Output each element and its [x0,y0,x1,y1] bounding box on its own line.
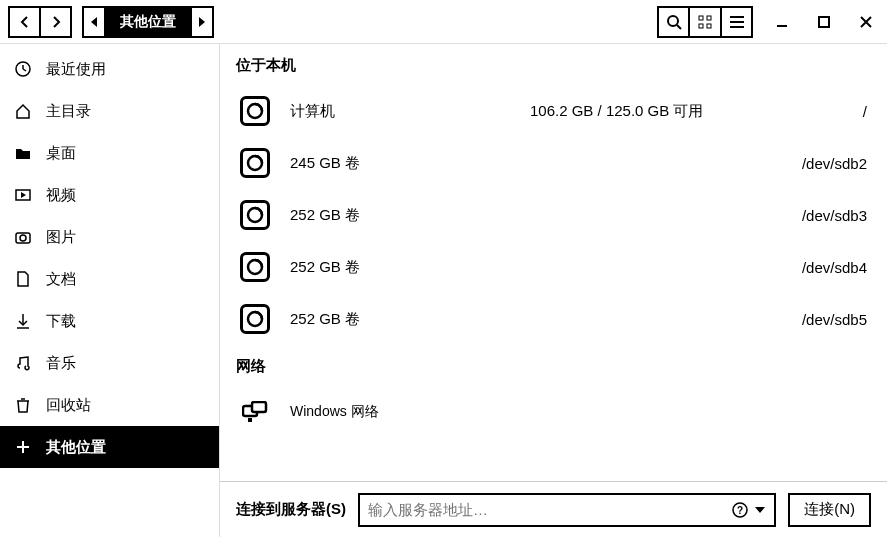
server-address-wrap: ? [358,493,776,527]
connect-button[interactable]: 连接(N) [788,493,871,527]
sidebar-item-label: 图片 [46,228,76,247]
disk-icon [240,304,270,334]
svg-rect-3 [707,16,711,20]
nav-buttons [8,6,72,38]
drive-list: 计算机 106.2 GB / 125.0 GB 可用 / 245 GB 卷 /d… [220,85,887,345]
local-section-title: 位于本机 [220,44,887,85]
sidebar-item-2[interactable]: 桌面 [0,132,219,174]
clock-icon [14,60,32,78]
sidebar-item-4[interactable]: 图片 [0,216,219,258]
connect-bar: 连接到服务器(S) ? 连接(N) [220,481,887,537]
sidebar-item-8[interactable]: 回收站 [0,384,219,426]
sidebar-item-label: 回收站 [46,396,91,415]
view-buttons [657,6,753,38]
sidebar-item-9[interactable]: 其他位置 [0,426,219,468]
path-bar: 其他位置 [82,6,214,38]
path-prev-button[interactable] [82,6,106,38]
plus-icon [14,438,32,456]
path-current-segment[interactable]: 其他位置 [106,6,190,38]
drive-path: / [777,103,867,120]
main-content: 位于本机 计算机 106.2 GB / 125.0 GB 可用 / 245 GB… [220,44,887,537]
minimize-button[interactable] [769,9,795,35]
toolbar: 其他位置 [0,0,887,44]
sidebar-item-label: 主目录 [46,102,91,121]
chevron-left-icon [20,16,30,28]
network-name: Windows 网络 [290,403,379,421]
sidebar: 最近使用主目录桌面视频图片文档下载音乐回收站其他位置 [0,44,220,537]
svg-rect-29 [252,402,266,412]
drive-path: /dev/sdb3 [777,207,867,224]
folder-icon [14,144,32,162]
close-icon [860,16,872,28]
drive-name: 252 GB 卷 [290,310,510,329]
sidebar-item-7[interactable]: 音乐 [0,342,219,384]
svg-rect-10 [819,17,829,27]
network-icon [240,397,270,427]
svg-rect-5 [707,24,711,28]
trash-icon [14,396,32,414]
drive-info: 106.2 GB / 125.0 GB 可用 [530,102,757,121]
path-current-label: 其他位置 [120,13,176,31]
path-next-button[interactable] [190,6,214,38]
svg-rect-2 [699,16,703,20]
disk-icon [240,252,270,282]
download-icon [14,312,32,330]
search-button[interactable] [657,6,689,38]
network-row[interactable]: Windows 网络 [220,386,887,438]
icon-view-button[interactable] [689,6,721,38]
disk-icon [240,96,270,126]
dropdown-icon[interactable] [754,504,766,516]
home-icon [14,102,32,120]
grid-icon [698,15,712,29]
sidebar-item-label: 最近使用 [46,60,106,79]
svg-line-1 [677,25,681,29]
document-icon [14,270,32,288]
camera-icon [14,228,32,246]
sidebar-item-1[interactable]: 主目录 [0,90,219,132]
triangle-left-icon [89,17,99,27]
svg-rect-4 [699,24,703,28]
triangle-right-icon [197,17,207,27]
drive-row[interactable]: 252 GB 卷 /dev/sdb3 [220,189,887,241]
drive-row[interactable]: 245 GB 卷 /dev/sdb2 [220,137,887,189]
menu-button[interactable] [721,6,753,38]
drive-name: 252 GB 卷 [290,258,510,277]
forward-button[interactable] [40,6,72,38]
maximize-icon [818,16,830,28]
connect-label: 连接到服务器(S) [236,500,346,519]
disk-icon [240,148,270,178]
sidebar-item-6[interactable]: 下载 [0,300,219,342]
network-list: Windows 网络 [220,386,887,438]
hamburger-icon [730,16,744,28]
disk-icon [240,200,270,230]
minimize-icon [776,16,788,28]
drive-path: /dev/sdb5 [777,311,867,328]
sidebar-item-label: 文档 [46,270,76,289]
drive-path: /dev/sdb4 [777,259,867,276]
drive-name: 245 GB 卷 [290,154,510,173]
svg-text:?: ? [737,505,743,516]
svg-point-0 [668,16,678,26]
close-button[interactable] [853,9,879,35]
drive-row[interactable]: 252 GB 卷 /dev/sdb4 [220,241,887,293]
sidebar-item-label: 视频 [46,186,76,205]
drive-name: 计算机 [290,102,510,121]
drive-row[interactable]: 252 GB 卷 /dev/sdb5 [220,293,887,345]
drive-path: /dev/sdb2 [777,155,867,172]
sidebar-item-label: 其他位置 [46,438,106,457]
sidebar-item-3[interactable]: 视频 [0,174,219,216]
search-icon [666,14,682,30]
help-icon[interactable]: ? [732,502,748,518]
svg-rect-30 [248,418,252,422]
sidebar-item-5[interactable]: 文档 [0,258,219,300]
video-icon [14,186,32,204]
network-section-title: 网络 [220,345,887,386]
svg-line-15 [23,69,26,71]
back-button[interactable] [8,6,40,38]
drive-row[interactable]: 计算机 106.2 GB / 125.0 GB 可用 / [220,85,887,137]
sidebar-item-0[interactable]: 最近使用 [0,48,219,90]
server-address-input[interactable] [368,501,732,518]
drive-name: 252 GB 卷 [290,206,510,225]
music-icon [14,354,32,372]
maximize-button[interactable] [811,9,837,35]
